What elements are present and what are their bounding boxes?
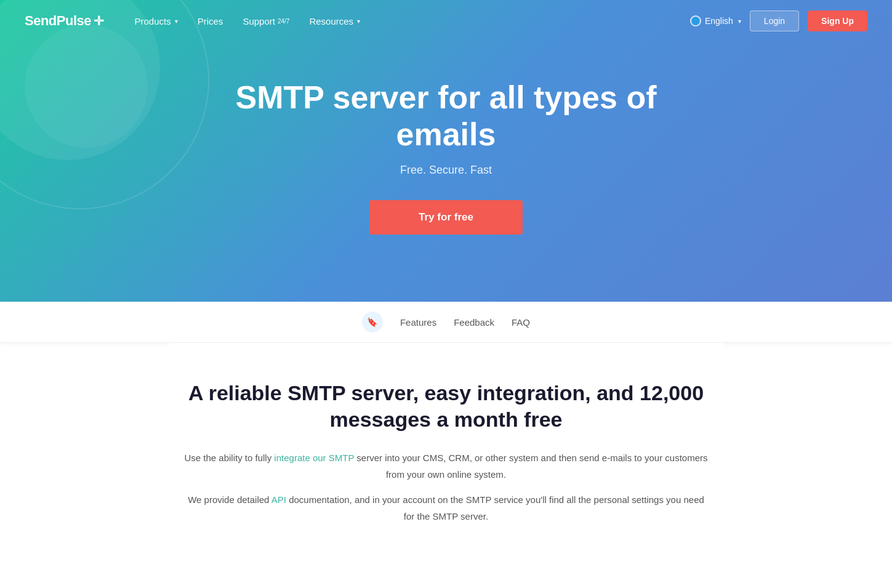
nav-prices[interactable]: Prices: [189, 11, 232, 31]
chevron-down-icon: ▾: [357, 18, 360, 25]
below-hero: 🔖 Features Feedback FAQ A reliable SMTP …: [0, 302, 892, 564]
brand-logo[interactable]: SendPulse✛: [25, 13, 103, 29]
logo-symbol: ✛: [94, 14, 104, 28]
navbar: SendPulse✛ Products ▾ Prices Support24/7…: [0, 0, 892, 42]
hero-section: SMTP server for all types of emails Free…: [0, 0, 892, 302]
bookmark-button[interactable]: 🔖: [362, 312, 383, 332]
api-link[interactable]: API: [271, 494, 286, 505]
section-nav-faq[interactable]: FAQ: [512, 315, 530, 330]
hero-title: SMTP server for all types of emails: [200, 79, 693, 153]
signup-button[interactable]: Sign Up: [808, 10, 867, 31]
section-nav-features[interactable]: Features: [400, 315, 436, 330]
try-for-free-button[interactable]: Try for free: [369, 200, 523, 235]
navbar-right: 🌐 English ▾ Login Sign Up: [690, 10, 867, 31]
chevron-down-icon: ▾: [738, 18, 741, 25]
integrate-smtp-link[interactable]: integrate our SMTP: [274, 453, 354, 463]
brand-name: SendPulse: [25, 13, 91, 29]
chevron-down-icon: ▾: [175, 18, 178, 25]
section-nav-feedback[interactable]: Feedback: [454, 315, 494, 330]
nav-links: Products ▾ Prices Support24/7 Resources …: [126, 11, 689, 31]
main-content: A reliable SMTP server, easy integration…: [169, 343, 723, 564]
globe-icon: 🌐: [690, 15, 701, 26]
hero-decorative-circle-3: [25, 25, 148, 148]
login-button[interactable]: Login: [750, 10, 799, 31]
hero-subtitle: Free. Secure. Fast: [400, 164, 492, 177]
language-selector[interactable]: 🌐 English ▾: [690, 15, 741, 26]
content-paragraph-2: We provide detailed API documentation, a…: [182, 491, 711, 525]
nav-resources[interactable]: Resources ▾: [300, 11, 369, 31]
section-nav: 🔖 Features Feedback FAQ: [0, 302, 892, 343]
nav-support[interactable]: Support24/7: [234, 11, 298, 31]
content-heading: A reliable SMTP server, easy integration…: [182, 380, 711, 432]
content-paragraph-1: Use the ability to fully integrate our S…: [182, 449, 711, 483]
nav-products[interactable]: Products ▾: [126, 11, 186, 31]
bookmark-icon: 🔖: [367, 317, 377, 327]
